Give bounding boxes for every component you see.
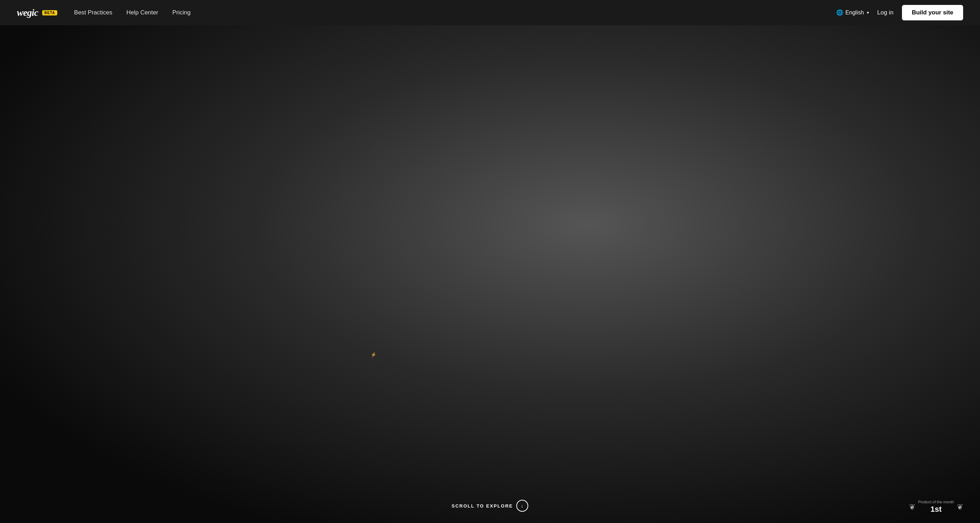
nav-link-pricing[interactable]: Pricing — [172, 9, 191, 16]
badge-text: Product of the month 1st — [918, 499, 954, 515]
globe-icon: 🌐 — [836, 9, 843, 16]
beta-badge: BETA — [42, 10, 57, 16]
hero-background — [0, 25, 980, 523]
language-label: English — [845, 10, 864, 16]
chevron-down-icon: ▾ — [867, 10, 869, 15]
laurel-left-icon: ❦ — [909, 502, 915, 512]
scroll-down-icon: ↓ — [521, 503, 524, 509]
navbar: wegic BETA Best Practices Help Center Pr… — [0, 0, 980, 25]
language-selector[interactable]: 🌐 English ▾ — [836, 9, 869, 16]
logo-text: wegic — [17, 7, 38, 18]
build-site-button[interactable]: Build your site — [902, 5, 963, 21]
logo-wrapper[interactable]: wegic BETA — [17, 7, 57, 18]
nav-link-help-center[interactable]: Help Center — [126, 9, 158, 16]
badge-title: Product of the month — [918, 499, 954, 504]
navbar-left: wegic BETA Best Practices Help Center Pr… — [17, 7, 191, 18]
login-link[interactable]: Log in — [877, 9, 894, 16]
hero-section: Magic Your Site Chat by Chat 👋 Hello! We… — [0, 25, 980, 523]
nav-link-best-practices[interactable]: Best Practices — [74, 9, 113, 16]
navbar-right: 🌐 English ▾ Log in Build your site — [836, 5, 963, 21]
scroll-label: SCROLL TO EXPLORE — [452, 503, 513, 509]
nav-links: Best Practices Help Center Pricing — [74, 9, 191, 16]
badge-rank: 1st — [918, 504, 954, 515]
scroll-circle: ↓ — [516, 500, 528, 512]
scroll-to-explore[interactable]: SCROLL TO EXPLORE ↓ — [452, 500, 528, 512]
product-badge: ❦ Product of the month 1st ❦ — [909, 499, 963, 515]
laurel-right-icon: ❦ — [957, 502, 963, 512]
lightning-icon: ⚡ — [371, 352, 377, 358]
